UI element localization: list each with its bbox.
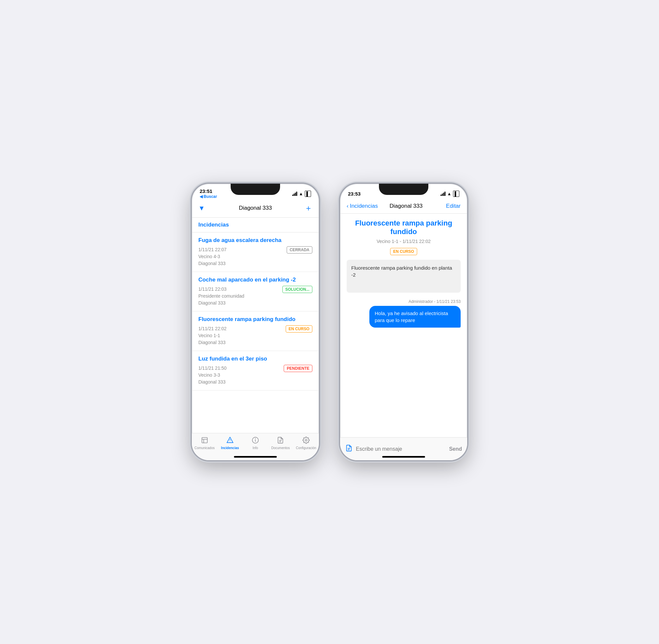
chat-area: Administrador - 1/11/21 23:53 Hola, ya h… [340,293,467,331]
back-label-1[interactable]: Buscar [204,194,217,199]
incident-item-0[interactable]: Fuga de agua escalera derecha 1/11/21 22… [192,232,319,272]
status-badge-1: SOLUCION... [282,286,312,293]
status-badge-3: PENDIENTE [284,365,312,372]
nav-bar-1: ▼ Diagonal 333 ＋ [192,200,319,217]
comunicados-icon [201,437,208,445]
detail-status-section: EN CURSO [340,248,467,255]
status-icons-1: ▲ ▌ [292,191,311,197]
back-label-2: Incidencias [350,203,378,209]
tab-comunicados[interactable]: Comunicados [194,437,215,450]
phone-content-1: ▼ Diagonal 333 ＋ Incidencias Fuga de agu… [192,200,319,460]
list-header-title: Incidencias [198,222,229,228]
incident-meta-3: 1/11/21 21:50 Vecino 3-3 Diagonal 333 PE… [198,365,312,386]
tab-incidencias[interactable]: Incidencias [220,437,240,450]
detail-heading: Fluorescente rampa parking fundido [347,219,461,236]
phone-1: 23:51 ◀ Buscar ▲ ▌ ▼ Diagonal 333 [191,183,320,461]
detail-status-badge: EN CURSO [390,248,417,255]
incident-info-0: 1/11/21 22:07 Vecino 4-3 Diagonal 333 [198,246,227,267]
signal-icon-1 [292,192,297,196]
incident-list: Fuga de agua escalera derecha 1/11/21 22… [192,232,319,460]
home-indicator-2 [382,456,425,458]
wifi-icon-2: ▲ [447,191,452,196]
incidencias-icon [226,437,234,445]
battery-icon-2: ▌ [453,191,459,197]
documentos-icon [277,437,284,445]
chat-timestamp: Administrador - 1/11/21 23:53 [347,299,461,304]
signal-icon-2 [441,192,445,196]
incident-title-1: Coche mal aparcado en el parking -2 [198,277,312,283]
incident-item-1[interactable]: Coche mal aparcado en el parking -2 1/11… [192,272,319,312]
nav-title-1: Diagonal 333 [212,205,299,211]
status-badge-0: CERRADA [287,246,312,254]
notch-2 [379,184,429,195]
svg-point-8 [255,439,255,439]
tab-documentos[interactable]: Documentos [270,437,290,450]
back-button-2[interactable]: ‹ Incidencias [347,203,378,209]
battery-icon-1: ▌ [305,191,311,197]
status-time-1: 23:51 [200,188,212,194]
status-badge-2: EN CURSO [286,325,312,332]
add-incident-button[interactable]: ＋ [305,204,312,212]
incident-item-2[interactable]: Fluorescente rampa parking fundido 1/11/… [192,312,319,351]
tab-info[interactable]: Info [245,437,265,450]
tab-label-info: Info [252,446,258,450]
detail-scroll: Fluorescente rampa parking fundido Vecin… [340,214,467,460]
edit-button[interactable]: Editar [434,203,461,209]
detail-meta: Vecino 1-1 - 1/11/21 22:02 [340,239,467,244]
tab-label-documentos: Documentos [271,446,290,450]
send-button[interactable]: Send [449,446,462,452]
configuracion-icon [303,437,310,445]
tab-label-comunicados: Comunicados [194,446,215,450]
nav-title-2: Diagonal 333 [378,203,434,209]
list-header: Incidencias [192,217,319,232]
notch-1 [230,184,280,195]
incident-info-1: 1/11/21 22:03 Presidente comunidad Diago… [198,286,244,306]
phone-content-2: ‹ Incidencias Diagonal 333 Editar Fluore… [340,200,467,460]
tab-label-incidencias: Incidencias [221,446,239,450]
incident-title-3: Luz fundida en el 3er piso [198,355,312,362]
incident-title-2: Fluorescente rampa parking fundido [198,316,312,323]
incident-meta-2: 1/11/21 22:02 Vecino 1-1 Diagonal 333 EN… [198,325,312,346]
incident-meta-0: 1/11/21 22:07 Vecino 4-3 Diagonal 333 CE… [198,246,312,267]
message-input-field[interactable] [356,446,446,452]
compose-icon [345,444,353,453]
chevron-left-icon: ‹ [347,203,349,209]
nav-bar-2: ‹ Incidencias Diagonal 333 Editar [340,200,467,214]
incident-item-3[interactable]: Luz fundida en el 3er piso 1/11/21 21:50… [192,351,319,390]
incident-info-2: 1/11/21 22:02 Vecino 1-1 Diagonal 333 [198,325,227,346]
tab-configuracion[interactable]: Configuración [296,437,316,450]
incident-title-0: Fuga de agua escalera derecha [198,237,312,244]
status-time-2: 23:53 [348,191,360,197]
svg-rect-0 [202,438,207,443]
incident-info-3: 1/11/21 21:50 Vecino 3-3 Diagonal 333 [198,365,227,386]
detail-body: Fluorescente rampa parking fundido en pl… [347,260,461,293]
detail-title-section: Fluorescente rampa parking fundido [340,214,467,237]
tab-label-configuracion: Configuración [296,446,316,450]
filter-icon[interactable]: ▼ [198,204,205,212]
phone-2: 23:53 ▲ ▌ ‹ Incidencias Diagonal 333 Edi… [339,183,468,461]
info-icon [252,437,259,445]
chat-bubble: Hola, ya he avisado al electricista para… [369,306,461,328]
incident-meta-1: 1/11/21 22:03 Presidente comunidad Diago… [198,286,312,306]
home-indicator-1 [234,456,277,458]
status-icons-2: ▲ ▌ [441,191,459,197]
wifi-icon-1: ▲ [299,191,303,196]
svg-point-11 [305,439,307,441]
